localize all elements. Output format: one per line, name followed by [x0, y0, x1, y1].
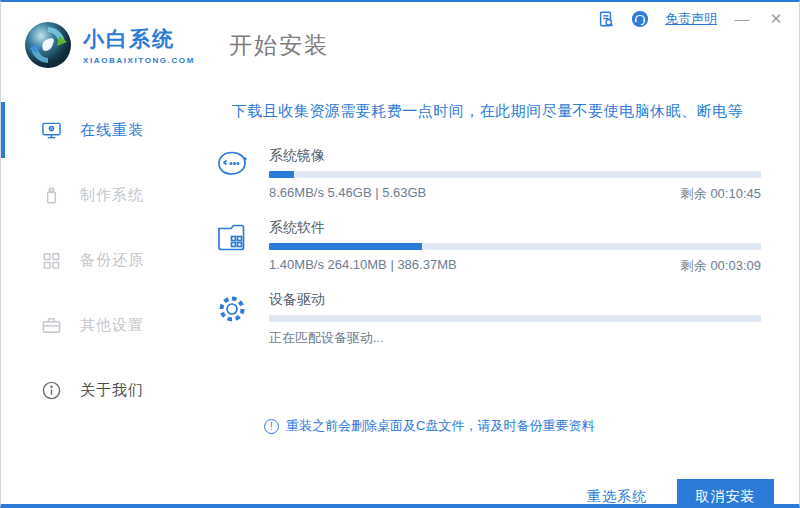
- sidebar-item-online-reinstall[interactable]: 在线重装: [41, 110, 171, 150]
- brand-text: 小白系统 XIAOBAIXITONG.COM: [83, 25, 195, 65]
- briefcase-icon: [41, 315, 62, 336]
- sidebar: 在线重装 制作系统 备份还原: [1, 88, 171, 500]
- app-logo-icon: [23, 20, 73, 70]
- close-button[interactable]: ✕: [767, 10, 785, 28]
- task-remaining: 剩余 00:03:09: [681, 257, 761, 275]
- alert-circle-icon: !: [264, 419, 279, 434]
- progress-bar: [269, 171, 761, 178]
- brand-name: 小白系统: [83, 25, 195, 53]
- monitor-icon: [41, 120, 62, 141]
- task-name: 系统软件: [269, 219, 761, 237]
- sidebar-item-make-system[interactable]: 制作系统: [41, 175, 171, 215]
- customer-support-icon[interactable]: [631, 10, 649, 28]
- progress-bar: [269, 243, 761, 250]
- sidebar-item-about-us[interactable]: 关于我们: [41, 370, 171, 410]
- task-status: 8.66MB/s 5.46GB | 5.63GB: [269, 185, 426, 203]
- progress-bar: [269, 315, 761, 322]
- log-viewer-icon[interactable]: [597, 10, 615, 28]
- disclaimer-link[interactable]: 免责声明: [665, 10, 717, 28]
- cancel-install-button[interactable]: 取消安装: [677, 479, 774, 508]
- brand-domain: XIAOBAIXITONG.COM: [83, 56, 195, 65]
- sidebar-item-other-settings[interactable]: 其他设置: [41, 305, 171, 345]
- task-remaining: 剩余 00:10:45: [681, 185, 761, 203]
- progress-fill: [269, 171, 294, 178]
- folder-apps-icon: [214, 219, 250, 255]
- header: 小白系统 XIAOBAIXITONG.COM 开始安装 免责声明 — ✕: [1, 2, 799, 88]
- task-list: 系统镜像 8.66MB/s 5.46GB | 5.63GB 剩余 00:10:4…: [214, 147, 761, 347]
- task-name: 设备驱动: [269, 291, 761, 309]
- page-title: 开始安装: [229, 30, 329, 61]
- warning-text: 下载且收集资源需要耗费一点时间，在此期间尽量不要使电脑休眠、断电等: [214, 102, 761, 121]
- task-device-driver: 设备驱动 正在匹配设备驱动...: [214, 291, 761, 347]
- usb-drive-icon: [41, 185, 62, 206]
- backup-grid-icon: [41, 250, 62, 271]
- task-status: 1.40MB/s 264.10MB | 386.37MB: [269, 257, 457, 275]
- titlebar-controls: 免责声明 — ✕: [597, 10, 785, 28]
- sidebar-item-backup-restore[interactable]: 备份还原: [41, 240, 171, 280]
- progress-fill: [269, 243, 422, 250]
- footer-actions: 重选系统 取消安装: [214, 479, 774, 508]
- sidebar-item-label: 在线重装: [80, 121, 144, 140]
- info-icon: [41, 380, 62, 401]
- mascot-face-icon: [214, 147, 250, 183]
- reselect-system-button[interactable]: 重选系统: [587, 488, 647, 506]
- backup-note-text: 重装之前会删除桌面及C盘文件，请及时备份重要资料: [286, 417, 594, 435]
- gear-icon: [214, 291, 250, 327]
- minimize-button[interactable]: —: [733, 10, 751, 28]
- active-indicator: [1, 102, 5, 158]
- main-content: 下载且收集资源需要耗费一点时间，在此期间尽量不要使电脑休眠、断电等 系统镜像: [171, 88, 799, 500]
- task-system-software: 系统软件 1.40MB/s 264.10MB | 386.37MB 剩余 00:…: [214, 219, 761, 275]
- sidebar-item-label: 制作系统: [80, 186, 144, 205]
- body: 在线重装 制作系统 备份还原: [1, 88, 799, 500]
- app-window: 小白系统 XIAOBAIXITONG.COM 开始安装 免责声明 — ✕: [0, 0, 800, 508]
- task-system-image: 系统镜像 8.66MB/s 5.46GB | 5.63GB 剩余 00:10:4…: [214, 147, 761, 203]
- sidebar-item-label: 关于我们: [80, 381, 144, 400]
- sidebar-item-label: 其他设置: [80, 316, 144, 335]
- sidebar-item-label: 备份还原: [80, 251, 144, 270]
- backup-note: ! 重装之前会删除桌面及C盘文件，请及时备份重要资料: [264, 417, 761, 435]
- task-status: 正在匹配设备驱动...: [269, 329, 384, 347]
- task-name: 系统镜像: [269, 147, 761, 165]
